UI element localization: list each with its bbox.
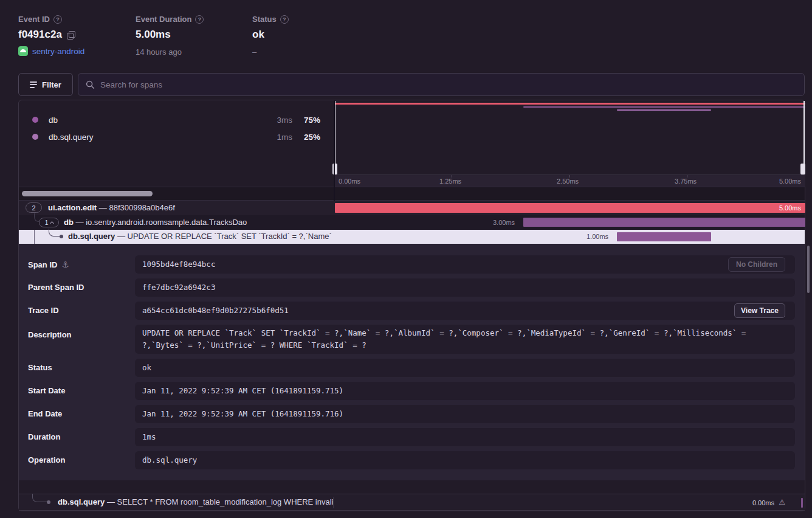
detail-label-end-date: End Date [28, 409, 62, 418]
event-id-section: Event ID? f0491c2a sentry-android [18, 15, 84, 56]
detail-value-parent-span-id: ffe7dbc92a6942c3 [135, 278, 795, 297]
search-icon [86, 80, 95, 89]
axis-label: 0.00ms [339, 178, 360, 185]
span-op: db.sql.query [68, 232, 115, 241]
span-row-db-sql-query-selected[interactable]: db.sql.query — UPDATE OR REPLACE `Track`… [19, 230, 805, 244]
anchor-icon[interactable]: ⚓ [61, 260, 69, 269]
minimap-span-db-sql-query [617, 109, 711, 111]
detail-value-start-date: Jan 11, 2022 9:52:39 AM CET (1641891159.… [135, 382, 795, 400]
help-icon[interactable]: ? [195, 15, 204, 24]
children-count-pill[interactable]: 1 [39, 218, 59, 227]
separator: — [107, 497, 115, 506]
minimap-right-handle-grip[interactable] [800, 164, 805, 174]
span-bar-zero-duration [801, 498, 803, 508]
copy-icon[interactable] [67, 31, 75, 39]
op-color-dot [32, 134, 38, 140]
op-duration: 1ms [277, 133, 292, 142]
children-count-pill[interactable]: 2 [26, 202, 42, 213]
tree-connector [32, 494, 48, 502]
span-row-db[interactable]: 1 db — io.sentry.android.roomsample.data… [19, 215, 805, 230]
ops-breakdown-row[interactable]: db.sql.query 1ms 25% [19, 129, 334, 145]
span-bar-db-sql-query[interactable] [617, 232, 711, 241]
leaf-dot [60, 235, 63, 238]
minimap-span-db [523, 106, 805, 108]
leaf-dot [47, 500, 50, 504]
status-sub: – [252, 47, 289, 57]
help-icon[interactable]: ? [53, 15, 62, 24]
event-duration-label: Event Duration [136, 15, 191, 24]
ops-breakdown-row[interactable]: db 3ms 75% [19, 112, 334, 128]
time-axis: 0.00ms 1.25ms 2.50ms 3.75ms 5.00ms [334, 174, 805, 187]
span-desc: 88f300998a0b4e6f [109, 203, 174, 212]
minimap-right-handle[interactable] [803, 101, 805, 164]
detail-label-description: Description [28, 330, 72, 339]
vertical-scrollbar-thumb[interactable] [807, 246, 810, 293]
span-duration-label: 1.00ms [587, 233, 608, 240]
filter-icon [30, 81, 37, 88]
axis-label: 1.25ms [439, 178, 461, 185]
status-value: ok [252, 29, 264, 41]
separator: — [117, 232, 125, 241]
span-detail-page: Event ID? f0491c2a sentry-android Event … [0, 0, 812, 518]
event-duration-value: 5.00ms [136, 29, 171, 41]
axis-label: 3.75ms [675, 178, 697, 185]
help-icon[interactable]: ? [280, 15, 289, 24]
span-duration-label: 3.00ms [493, 219, 515, 226]
detail-value-end-date: Jan 11, 2022 9:52:39 AM CET (1641891159.… [135, 405, 795, 423]
children-count: 2 [32, 204, 35, 212]
tree-scrollbar-thumb[interactable] [22, 191, 153, 196]
op-name: db.sql.query [49, 133, 94, 142]
no-children-button: No Children [728, 257, 785, 272]
android-icon [18, 46, 28, 56]
detail-label-status: Status [28, 363, 52, 372]
span-op: db [64, 218, 74, 227]
tree-guide-line [34, 230, 35, 244]
span-bar-ui-action-edit[interactable] [335, 203, 805, 213]
detail-value-operation: db.sql.query [135, 451, 795, 469]
span-duration-label: 5.00ms [779, 204, 801, 212]
detail-value-duration: 1ms [135, 428, 795, 446]
span-row-db-sql-query-select[interactable]: db.sql.query — SELECT * FROM room_table_… [19, 494, 805, 511]
span-desc: UPDATE OR REPLACE `Track` SET `TrackId` … [128, 232, 334, 241]
detail-value-trace-id: a654cc61dc0b48ef9d0b27275b6f0d51 [135, 302, 795, 320]
span-row-ui-action-edit[interactable]: 2 ui.action.edit — 88f300998a0b4e6f 5.00… [19, 201, 805, 215]
detail-label-duration: Duration [28, 432, 60, 441]
span-search-bar[interactable] [78, 73, 805, 96]
event-id-label: Event ID [18, 15, 50, 24]
filter-button[interactable]: Filter [18, 73, 73, 96]
project-name[interactable]: sentry-android [32, 47, 84, 56]
span-desc: SELECT * FROM room_table_modification_lo… [117, 497, 334, 506]
span-desc: io.sentry.android.roomsample.data.Tracks… [86, 218, 247, 227]
search-input[interactable] [100, 80, 797, 89]
op-name: db [49, 116, 58, 125]
separator: — [99, 203, 107, 212]
project-link[interactable]: sentry-android [18, 46, 84, 56]
detail-value-status: ok [135, 359, 795, 377]
axis-label: 2.50ms [557, 178, 579, 185]
detail-value-span-id: 1095bd4ef8e94bcc [135, 255, 795, 274]
detail-label-trace-id: Trace ID [28, 306, 59, 315]
detail-label-parent-span-id: Parent Span ID [28, 283, 84, 292]
op-duration: 3ms [277, 116, 292, 125]
op-percent: 25% [304, 133, 320, 142]
tree-connector [34, 213, 39, 222]
span-op: db.sql.query [58, 497, 105, 506]
children-count: 1 [44, 219, 48, 226]
span-bar-db[interactable] [523, 218, 805, 227]
span-op: ui.action.edit [48, 203, 97, 212]
chevron-up-icon [50, 221, 54, 225]
status-section: Status? ok – [252, 15, 289, 57]
detail-label-operation: Operation [28, 455, 65, 464]
warning-icon: ⚠ [779, 498, 785, 506]
event-id-value: f0491c2a [18, 29, 62, 41]
tree-connector [49, 229, 61, 237]
span-duration-label: 0.00ms [752, 499, 774, 506]
detail-label-span-id: Span ID⚓ [28, 260, 69, 269]
op-percent: 75% [304, 116, 320, 125]
view-trace-button[interactable]: View Trace [734, 303, 785, 318]
detail-label-start-date: Start Date [28, 386, 65, 395]
separator: — [76, 218, 84, 227]
status-label: Status [252, 15, 277, 24]
filter-button-label: Filter [42, 80, 61, 89]
minimap-span-ui-action-edit [335, 103, 805, 105]
